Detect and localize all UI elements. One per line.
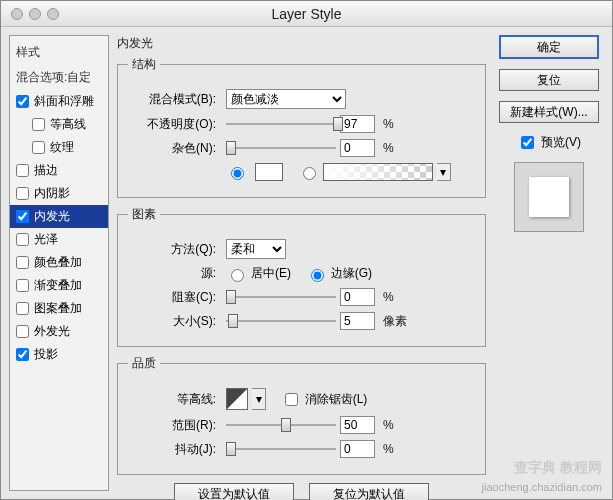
cancel-button[interactable]: 复位	[499, 69, 599, 91]
effect-title: 内发光	[117, 35, 486, 52]
options-panel: 内发光 结构 混合模式(B): 颜色减淡 不透明度(O): 97 % 杂色(N)…	[117, 35, 486, 491]
minimize-icon[interactable]	[29, 8, 41, 20]
style-item-checkbox[interactable]	[32, 141, 45, 154]
style-item-label: 外发光	[34, 323, 70, 340]
ok-button[interactable]: 确定	[499, 35, 599, 59]
style-item[interactable]: 斜面和浮雕	[10, 90, 108, 113]
style-item[interactable]: 图案叠加	[10, 297, 108, 320]
style-item-label: 投影	[34, 346, 58, 363]
style-item[interactable]: 内发光	[10, 205, 108, 228]
style-item-checkbox[interactable]	[16, 256, 29, 269]
contour-dropdown-icon[interactable]: ▾	[252, 388, 266, 410]
gradient-dropdown-icon[interactable]: ▾	[437, 163, 451, 181]
style-item-checkbox[interactable]	[16, 302, 29, 315]
elements-legend: 图素	[128, 206, 160, 223]
dialog-buttons: 确定 复位 新建样式(W)... 预览(V)	[494, 35, 604, 491]
style-item-label: 光泽	[34, 231, 58, 248]
reset-default-button[interactable]: 复位为默认值	[309, 483, 429, 500]
new-style-button[interactable]: 新建样式(W)...	[499, 101, 599, 123]
watermark-url: jiaocheng.chazidian.com	[482, 481, 602, 493]
noise-label: 杂色(N):	[128, 140, 216, 157]
contour-label: 等高线:	[128, 391, 216, 408]
contour-picker[interactable]	[226, 388, 248, 410]
style-item[interactable]: 纹理	[10, 136, 108, 159]
technique-select[interactable]: 柔和	[226, 239, 286, 259]
source-label: 源:	[128, 265, 216, 282]
size-label: 大小(S):	[128, 313, 216, 330]
style-item-checkbox[interactable]	[16, 325, 29, 338]
choke-unit: %	[383, 290, 394, 304]
noise-slider[interactable]	[226, 141, 336, 155]
style-item[interactable]: 颜色叠加	[10, 251, 108, 274]
source-center-radio[interactable]	[231, 269, 244, 282]
style-item-checkbox[interactable]	[16, 95, 29, 108]
color-swatch[interactable]	[255, 163, 283, 181]
style-item-label: 等高线	[50, 116, 86, 133]
elements-fieldset: 图素 方法(Q): 柔和 源: 居中(E) 边缘(G) 阻塞(C): 0	[117, 206, 486, 347]
blend-mode-label: 混合模式(B):	[128, 91, 216, 108]
range-label: 范围(R):	[128, 417, 216, 434]
style-item-checkbox[interactable]	[16, 187, 29, 200]
jitter-input[interactable]: 0	[340, 440, 375, 458]
style-item[interactable]: 光泽	[10, 228, 108, 251]
preview-swatch	[514, 162, 584, 232]
structure-fieldset: 结构 混合模式(B): 颜色减淡 不透明度(O): 97 % 杂色(N): 0 …	[117, 56, 486, 198]
jitter-unit: %	[383, 442, 394, 456]
structure-legend: 结构	[128, 56, 160, 73]
style-item-label: 内阴影	[34, 185, 70, 202]
opacity-slider[interactable]	[226, 117, 336, 131]
style-item-checkbox[interactable]	[32, 118, 45, 131]
style-item-checkbox[interactable]	[16, 233, 29, 246]
range-slider[interactable]	[226, 418, 336, 432]
jitter-slider[interactable]	[226, 442, 336, 456]
styles-header[interactable]: 样式	[10, 40, 108, 65]
blend-mode-select[interactable]: 颜色减淡	[226, 89, 346, 109]
gradient-swatch[interactable]	[323, 163, 433, 181]
noise-input[interactable]: 0	[340, 139, 375, 157]
blend-options-header[interactable]: 混合选项:自定	[10, 65, 108, 90]
style-item-label: 斜面和浮雕	[34, 93, 94, 110]
style-item[interactable]: 渐变叠加	[10, 274, 108, 297]
source-edge-radio[interactable]	[311, 269, 324, 282]
style-item-checkbox[interactable]	[16, 348, 29, 361]
choke-input[interactable]: 0	[340, 288, 375, 306]
style-item[interactable]: 投影	[10, 343, 108, 366]
size-unit: 像素	[383, 313, 407, 330]
noise-unit: %	[383, 141, 394, 155]
close-icon[interactable]	[11, 8, 23, 20]
antialias-checkbox[interactable]	[285, 393, 298, 406]
quality-legend: 品质	[128, 355, 160, 372]
opacity-unit: %	[383, 117, 394, 131]
window-title: Layer Style	[271, 6, 341, 22]
preview-checkbox[interactable]	[521, 136, 534, 149]
range-input[interactable]: 50	[340, 416, 375, 434]
quality-fieldset: 品质 等高线: ▾ 消除锯齿(L) 范围(R): 50 % 抖动(J):	[117, 355, 486, 475]
style-item-label: 纹理	[50, 139, 74, 156]
antialias-label: 消除锯齿(L)	[305, 391, 368, 408]
style-item-checkbox[interactable]	[16, 164, 29, 177]
preview-label: 预览(V)	[541, 134, 581, 151]
choke-slider[interactable]	[226, 290, 336, 304]
style-item[interactable]: 外发光	[10, 320, 108, 343]
opacity-input[interactable]: 97	[340, 115, 375, 133]
window-controls[interactable]	[11, 8, 59, 20]
set-default-button[interactable]: 设置为默认值	[174, 483, 294, 500]
zoom-icon[interactable]	[47, 8, 59, 20]
choke-label: 阻塞(C):	[128, 289, 216, 306]
style-item-label: 图案叠加	[34, 300, 82, 317]
source-edge-label: 边缘(G)	[331, 265, 372, 282]
style-item-label: 描边	[34, 162, 58, 179]
opacity-label: 不透明度(O):	[128, 116, 216, 133]
style-item-label: 内发光	[34, 208, 70, 225]
style-item[interactable]: 描边	[10, 159, 108, 182]
color-radio[interactable]	[231, 167, 244, 180]
technique-label: 方法(Q):	[128, 241, 216, 258]
jitter-label: 抖动(J):	[128, 441, 216, 458]
style-item[interactable]: 内阴影	[10, 182, 108, 205]
style-item[interactable]: 等高线	[10, 113, 108, 136]
size-slider[interactable]	[226, 314, 336, 328]
style-item-checkbox[interactable]	[16, 210, 29, 223]
gradient-radio[interactable]	[303, 167, 316, 180]
style-item-checkbox[interactable]	[16, 279, 29, 292]
size-input[interactable]: 5	[340, 312, 375, 330]
